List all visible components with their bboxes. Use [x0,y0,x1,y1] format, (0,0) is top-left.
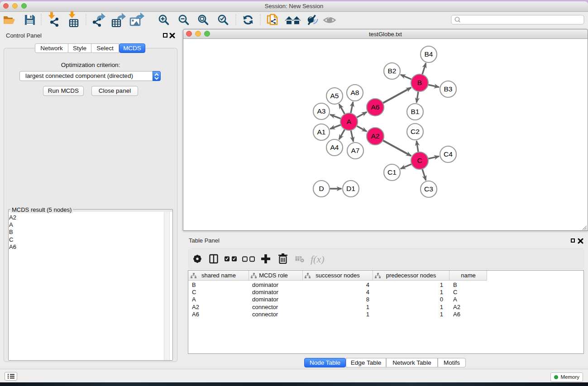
svg-text:D1: D1 [346,185,355,192]
svg-text:B4: B4 [425,50,433,58]
svg-text:f(x): f(x) [311,253,325,265]
svg-text:A3: A3 [317,107,326,115]
svg-text:A4: A4 [330,143,339,151]
svg-text:B3: B3 [444,85,453,93]
svg-text:A2: A2 [371,132,380,140]
svg-text:A6: A6 [371,103,380,111]
svg-text:C4: C4 [444,150,453,158]
svg-text:B2: B2 [388,67,397,75]
svg-text:B1: B1 [411,108,420,115]
svg-text:A1: A1 [317,128,326,136]
svg-text:A: A [347,118,352,125]
svg-text:C2: C2 [411,128,420,135]
svg-text:A8: A8 [351,89,359,96]
svg-text:A5: A5 [330,92,339,100]
svg-text:D: D [319,185,324,192]
svg-text:C3: C3 [424,185,433,193]
svg-text:B: B [417,79,422,86]
svg-text:A7: A7 [351,147,360,154]
svg-text:C1: C1 [387,168,397,176]
svg-text:C: C [417,157,422,164]
